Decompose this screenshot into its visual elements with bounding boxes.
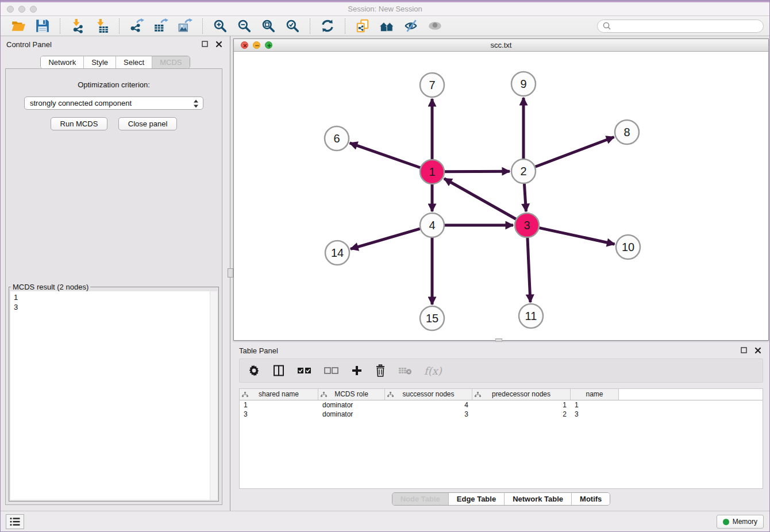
toolbar-separator [119,18,120,34]
graph-node-label: 6 [333,132,340,145]
close-panel-icon[interactable] [215,40,223,48]
toolbar-separator [202,18,203,34]
column-header-successor-nodes[interactable]: successor nodes [385,389,472,400]
show-columns-icon[interactable] [272,364,285,377]
float-table-panel-icon[interactable] [740,346,748,354]
hide-graphics-details-icon[interactable] [402,18,420,34]
graph-node-label: 11 [525,310,537,322]
result-scrollbar[interactable] [210,291,217,500]
column-header-name[interactable]: name [571,389,619,400]
tab-motifs[interactable]: Motifs [571,493,610,505]
column-header-predecessor-nodes[interactable]: predecessor nodes [472,389,571,400]
graph-edge-3-11[interactable] [528,238,530,302]
task-history-button[interactable] [6,514,24,529]
toolbar-separator [60,18,60,34]
graph-node-label: 4 [429,219,435,232]
apply-layout-icon[interactable] [318,18,337,34]
panel-splitter-grip[interactable] [228,268,233,277]
select-all-rows-icon[interactable] [297,367,312,375]
graph-node-label: 10 [622,241,634,253]
create-column-icon[interactable] [351,365,363,376]
table-cell[interactable]: 3 [240,410,318,419]
column-header-mcds-role[interactable]: MCDS role [318,389,385,400]
open-session-icon[interactable] [9,18,28,34]
export-network-icon[interactable] [128,18,146,34]
tab-edge-table[interactable]: Edge Table [448,493,504,505]
network-window-title: scc.txt [234,41,768,49]
graph-edge-3-10[interactable] [540,228,615,244]
control-panel-title: Control Panel [6,40,52,49]
float-panel-icon[interactable] [201,40,209,48]
table-cell[interactable]: 1 [571,400,619,410]
table-cell[interactable]: dominator [318,400,385,410]
tab-style[interactable]: Style [83,56,116,68]
graph-edge-2-3[interactable] [524,184,526,211]
table-row[interactable]: 3dominator323 [240,410,763,419]
zoom-out-icon[interactable] [235,18,253,34]
search-box[interactable] [597,20,764,33]
main-titlebar: Session: New Session [1,2,769,16]
graph-node-label: 15 [426,312,438,325]
table-cell[interactable]: 4 [385,400,472,410]
save-session-icon[interactable] [33,18,52,34]
export-table-icon[interactable] [152,18,170,34]
column-header-shared-name[interactable]: shared name [240,389,318,400]
graph-edge-1-6[interactable] [350,143,421,168]
network-window-titlebar[interactable]: scc.txt [234,39,768,52]
tab-network[interactable]: Network [41,56,83,68]
network-canvas[interactable]: 7968124314101511 [234,52,768,340]
table-cell[interactable]: 1 [240,400,318,410]
tab-node-table[interactable]: Node Table [392,493,448,505]
export-image-icon[interactable] [176,18,194,34]
toolbar-separator [345,18,345,34]
graph-edge-1-2[interactable] [445,171,510,172]
graph-edge-3-1[interactable] [444,179,516,219]
network-view-window: scc.txt 7968124314101511 [233,38,769,341]
table-settings-gear-icon[interactable] [248,364,260,377]
tab-network-table[interactable]: Network Table [504,493,571,505]
table-cell[interactable]: 1 [472,400,571,410]
table-cell[interactable]: 2 [472,410,571,419]
zoom-fit-icon[interactable] [259,18,278,34]
table-row[interactable]: 1dominator411 [240,400,763,410]
tab-select[interactable]: Select [116,56,152,68]
tab-mcds[interactable]: MCDS [152,56,189,68]
toolbar-separator [310,18,310,34]
control-panel-tabs: NetworkStyleSelectMCDS [40,56,190,69]
clone-network-icon[interactable] [353,18,372,34]
table-cell[interactable]: 3 [571,410,619,419]
table-cell[interactable]: dominator [318,410,385,419]
mcds-result-title: MCDS result (2 nodes) [11,283,90,291]
main-toolbar [1,16,769,36]
delete-column-trash-icon[interactable] [375,364,386,377]
memory-button-label: Memory [733,518,757,526]
graph-node-label: 14 [331,246,344,259]
import-table-icon[interactable] [93,18,111,34]
close-table-panel-icon[interactable] [754,346,762,354]
home-views-icon[interactable] [378,18,396,34]
table-header-row: shared nameMCDS rolesuccessor nodesprede… [240,389,763,400]
optimization-criterion-label: Optimization criterion: [6,80,222,89]
memory-button[interactable]: Memory [717,515,764,529]
optimization-criterion-dropdown[interactable]: strongly connected component [24,97,203,110]
show-graphics-details-icon[interactable] [426,18,444,34]
search-icon [602,21,611,30]
zoom-in-icon[interactable] [211,18,229,34]
horizontal-splitter-grip[interactable] [495,338,502,342]
graph-edge-2-8[interactable] [536,137,614,167]
run-mcds-button[interactable]: Run MCDS [51,117,108,130]
graph-edge-4-14[interactable] [351,229,420,249]
window-title: Session: New Session [1,5,769,13]
close-panel-button[interactable]: Close panel [118,117,178,130]
search-input[interactable] [611,21,759,30]
dropdown-selected-value: strongly connected component [30,99,132,107]
node-table: shared nameMCDS rolesuccessor nodesprede… [239,388,763,489]
mcds-result-fieldset: MCDS result (2 nodes) 1 3 [9,283,219,502]
mcds-tab-content: Optimization criterion: strongly connect… [5,68,222,505]
import-network-icon[interactable] [68,18,87,34]
zoom-selected-icon[interactable] [283,18,302,34]
table-cell[interactable]: 3 [385,410,472,419]
deselect-all-rows-icon[interactable] [324,367,339,375]
status-bar: Memory [1,511,769,531]
control-panel: Control Panel NetworkStyleSelectMCDS Opt… [1,36,230,511]
